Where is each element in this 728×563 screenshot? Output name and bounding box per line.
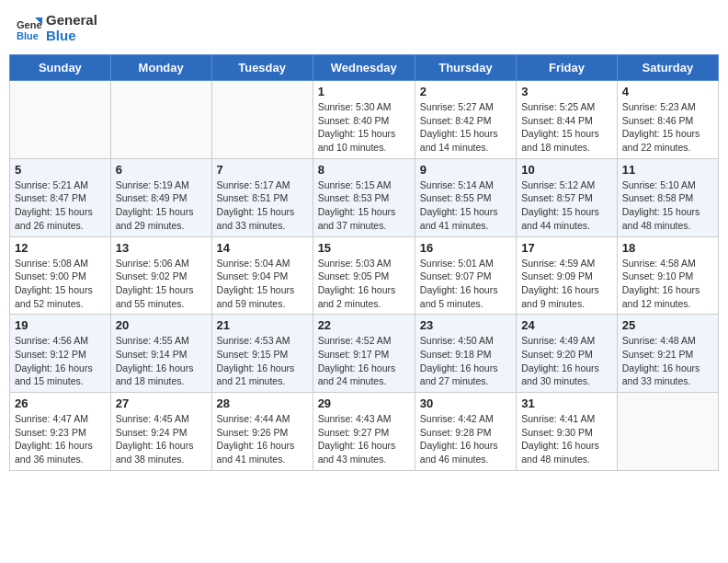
calendar-cell: 7Sunrise: 5:17 AMSunset: 8:51 PMDaylight… xyxy=(211,158,313,236)
calendar-body: 1Sunrise: 5:30 AMSunset: 8:40 PMDaylight… xyxy=(10,81,719,471)
calendar-cell: 22Sunrise: 4:52 AMSunset: 9:17 PMDayligh… xyxy=(313,315,415,393)
calendar-cell: 16Sunrise: 5:01 AMSunset: 9:07 PMDayligh… xyxy=(415,236,516,315)
calendar-cell: 10Sunrise: 5:12 AMSunset: 8:57 PMDayligh… xyxy=(517,158,618,236)
day-number: 12 xyxy=(15,241,106,255)
calendar-cell: 28Sunrise: 4:44 AMSunset: 9:26 PMDayligh… xyxy=(211,393,313,471)
calendar-cell: 3Sunrise: 5:25 AMSunset: 8:44 PMDaylight… xyxy=(517,81,618,159)
day-info: Sunrise: 5:23 AMSunset: 8:46 PMDaylight:… xyxy=(622,100,713,155)
weekday-header-sunday: Sunday xyxy=(10,55,111,81)
weekday-header-saturday: Saturday xyxy=(617,55,718,81)
logo: General Blue General Blue xyxy=(17,13,97,43)
calendar-cell: 25Sunrise: 4:48 AMSunset: 9:21 PMDayligh… xyxy=(617,315,718,393)
calendar-cell: 30Sunrise: 4:42 AMSunset: 9:28 PMDayligh… xyxy=(415,393,516,471)
day-info: Sunrise: 5:17 AMSunset: 8:51 PMDaylight:… xyxy=(217,178,308,233)
day-number: 8 xyxy=(318,163,410,177)
day-info: Sunrise: 5:14 AMSunset: 8:55 PMDaylight:… xyxy=(420,178,511,233)
day-info: Sunrise: 4:41 AMSunset: 9:30 PMDaylight:… xyxy=(521,412,612,466)
day-number: 14 xyxy=(217,241,308,255)
weekday-header-row: SundayMondayTuesdayWednesdayThursdayFrid… xyxy=(10,55,719,81)
calendar-cell: 11Sunrise: 5:10 AMSunset: 8:58 PMDayligh… xyxy=(617,158,718,236)
day-info: Sunrise: 4:56 AMSunset: 9:12 PMDaylight:… xyxy=(15,334,106,388)
svg-text:Blue: Blue xyxy=(17,30,39,41)
day-number: 3 xyxy=(521,85,612,98)
day-number: 22 xyxy=(318,318,410,332)
day-info: Sunrise: 5:01 AMSunset: 9:07 PMDaylight:… xyxy=(420,257,511,311)
day-number: 11 xyxy=(622,163,713,177)
day-info: Sunrise: 5:03 AMSunset: 9:05 PMDaylight:… xyxy=(318,257,410,311)
day-info: Sunrise: 5:30 AMSunset: 8:40 PMDaylight:… xyxy=(318,100,410,155)
day-number: 26 xyxy=(15,396,106,410)
weekday-header-tuesday: Tuesday xyxy=(211,55,313,81)
weekday-header-thursday: Thursday xyxy=(415,55,516,81)
logo-icon: General Blue xyxy=(17,16,42,41)
day-number: 18 xyxy=(622,241,713,255)
calendar-cell: 24Sunrise: 4:49 AMSunset: 9:20 PMDayligh… xyxy=(517,315,618,393)
calendar-cell: 13Sunrise: 5:06 AMSunset: 9:02 PMDayligh… xyxy=(110,236,211,315)
calendar-cell: 15Sunrise: 5:03 AMSunset: 9:05 PMDayligh… xyxy=(313,236,415,315)
calendar-table: SundayMondayTuesdayWednesdayThursdayFrid… xyxy=(9,54,719,471)
calendar-cell: 1Sunrise: 5:30 AMSunset: 8:40 PMDaylight… xyxy=(313,81,415,159)
calendar-cell: 8Sunrise: 5:15 AMSunset: 8:53 PMDaylight… xyxy=(313,158,415,236)
day-info: Sunrise: 4:59 AMSunset: 9:09 PMDaylight:… xyxy=(521,257,612,311)
page-header: General Blue General Blue xyxy=(9,9,719,47)
calendar-cell: 31Sunrise: 4:41 AMSunset: 9:30 PMDayligh… xyxy=(517,393,618,471)
day-info: Sunrise: 4:49 AMSunset: 9:20 PMDaylight:… xyxy=(521,334,612,388)
day-number: 5 xyxy=(15,163,106,177)
day-number: 21 xyxy=(217,318,308,332)
day-number: 28 xyxy=(217,396,308,410)
day-info: Sunrise: 5:25 AMSunset: 8:44 PMDaylight:… xyxy=(521,100,612,155)
day-number: 2 xyxy=(420,85,511,98)
day-number: 16 xyxy=(420,241,511,255)
day-info: Sunrise: 4:44 AMSunset: 9:26 PMDaylight:… xyxy=(217,412,308,466)
day-number: 30 xyxy=(420,396,511,410)
calendar-cell xyxy=(617,393,718,471)
day-info: Sunrise: 5:15 AMSunset: 8:53 PMDaylight:… xyxy=(318,178,410,233)
calendar-cell: 17Sunrise: 4:59 AMSunset: 9:09 PMDayligh… xyxy=(517,236,618,315)
day-number: 6 xyxy=(116,163,207,177)
day-info: Sunrise: 4:50 AMSunset: 9:18 PMDaylight:… xyxy=(420,334,511,388)
calendar-cell: 4Sunrise: 5:23 AMSunset: 8:46 PMDaylight… xyxy=(617,81,718,159)
day-info: Sunrise: 5:08 AMSunset: 9:00 PMDaylight:… xyxy=(15,257,106,311)
calendar-week-1: 1Sunrise: 5:30 AMSunset: 8:40 PMDaylight… xyxy=(10,81,719,159)
calendar-cell: 18Sunrise: 4:58 AMSunset: 9:10 PMDayligh… xyxy=(617,236,718,315)
calendar-cell: 5Sunrise: 5:21 AMSunset: 8:47 PMDaylight… xyxy=(10,158,111,236)
day-info: Sunrise: 4:48 AMSunset: 9:21 PMDaylight:… xyxy=(622,334,713,388)
day-number: 27 xyxy=(116,396,207,410)
day-number: 15 xyxy=(318,241,410,255)
day-number: 13 xyxy=(116,241,207,255)
day-info: Sunrise: 4:52 AMSunset: 9:17 PMDaylight:… xyxy=(318,334,410,388)
day-number: 9 xyxy=(420,163,511,177)
day-number: 1 xyxy=(318,85,410,98)
calendar-cell: 23Sunrise: 4:50 AMSunset: 9:18 PMDayligh… xyxy=(415,315,516,393)
day-number: 7 xyxy=(217,163,308,177)
calendar-cell xyxy=(110,81,211,159)
day-number: 20 xyxy=(116,318,207,332)
day-info: Sunrise: 5:04 AMSunset: 9:04 PMDaylight:… xyxy=(217,257,308,311)
calendar-cell: 26Sunrise: 4:47 AMSunset: 9:23 PMDayligh… xyxy=(10,393,111,471)
weekday-header-wednesday: Wednesday xyxy=(313,55,415,81)
calendar-cell: 2Sunrise: 5:27 AMSunset: 8:42 PMDaylight… xyxy=(415,81,516,159)
calendar-week-2: 5Sunrise: 5:21 AMSunset: 8:47 PMDaylight… xyxy=(10,158,719,236)
day-number: 31 xyxy=(521,396,612,410)
calendar-week-3: 12Sunrise: 5:08 AMSunset: 9:00 PMDayligh… xyxy=(10,236,719,315)
calendar-cell: 19Sunrise: 4:56 AMSunset: 9:12 PMDayligh… xyxy=(10,315,111,393)
day-number: 25 xyxy=(622,318,713,332)
day-info: Sunrise: 5:27 AMSunset: 8:42 PMDaylight:… xyxy=(420,100,511,155)
day-info: Sunrise: 5:21 AMSunset: 8:47 PMDaylight:… xyxy=(15,178,106,233)
day-info: Sunrise: 4:58 AMSunset: 9:10 PMDaylight:… xyxy=(622,257,713,311)
day-info: Sunrise: 4:45 AMSunset: 9:24 PMDaylight:… xyxy=(116,412,207,466)
calendar-cell: 12Sunrise: 5:08 AMSunset: 9:00 PMDayligh… xyxy=(10,236,111,315)
day-info: Sunrise: 4:55 AMSunset: 9:14 PMDaylight:… xyxy=(116,334,207,388)
calendar-cell: 14Sunrise: 5:04 AMSunset: 9:04 PMDayligh… xyxy=(211,236,313,315)
day-info: Sunrise: 4:47 AMSunset: 9:23 PMDaylight:… xyxy=(15,412,106,466)
day-number: 4 xyxy=(622,85,713,98)
calendar-cell xyxy=(211,81,313,159)
day-number: 23 xyxy=(420,318,511,332)
weekday-header-monday: Monday xyxy=(110,55,211,81)
calendar-cell: 9Sunrise: 5:14 AMSunset: 8:55 PMDaylight… xyxy=(415,158,516,236)
calendar-cell: 21Sunrise: 4:53 AMSunset: 9:15 PMDayligh… xyxy=(211,315,313,393)
calendar-cell: 27Sunrise: 4:45 AMSunset: 9:24 PMDayligh… xyxy=(110,393,211,471)
calendar-cell: 29Sunrise: 4:43 AMSunset: 9:27 PMDayligh… xyxy=(313,393,415,471)
weekday-header-friday: Friday xyxy=(517,55,618,81)
calendar-cell: 20Sunrise: 4:55 AMSunset: 9:14 PMDayligh… xyxy=(110,315,211,393)
